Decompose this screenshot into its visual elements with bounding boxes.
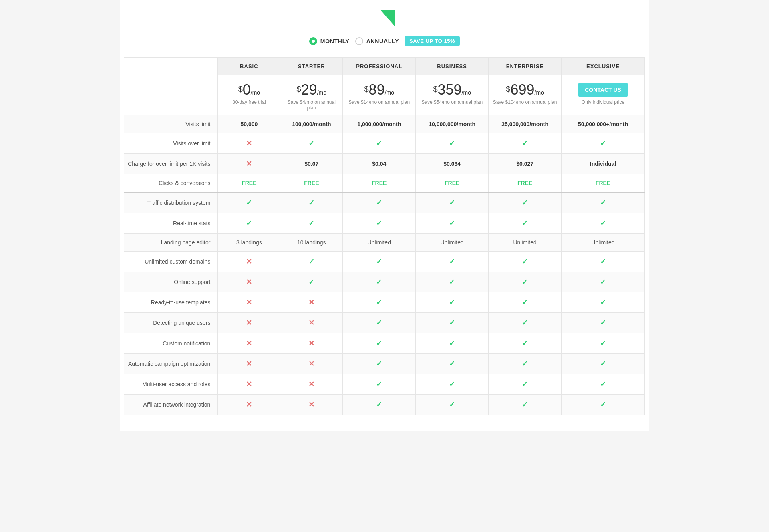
feature-label: Affiliate network integration	[124, 395, 218, 415]
monthly-label: MONTHLY	[320, 38, 350, 44]
check-icon: ✓	[600, 401, 606, 409]
check-icon: ✓	[376, 360, 382, 368]
feature-value: ✓	[280, 252, 343, 272]
feature-value: ✕	[280, 354, 343, 374]
check-icon: ✓	[449, 401, 455, 409]
price-enterprise: $699/mo Save $104/mo on annual plan	[489, 75, 562, 115]
pro-note: Save $14/mo on annual plan	[346, 99, 412, 105]
check-icon: ✓	[449, 339, 455, 347]
feature-value: ✓	[343, 192, 416, 213]
annually-label: ANNUALLY	[366, 38, 399, 44]
feature-value: ✓	[489, 374, 562, 395]
feature-value: 1,000,000/month	[343, 115, 416, 133]
logo-icon	[372, 8, 397, 32]
feature-label: Ready-to-use templates	[124, 292, 218, 313]
feature-value: ✕	[218, 354, 280, 374]
feature-label: Visits limit	[124, 115, 218, 133]
feature-value: Unlimited	[343, 234, 416, 252]
feature-value: ✕	[280, 395, 343, 415]
check-icon: ✓	[449, 319, 455, 327]
pro-period: /mo	[385, 89, 394, 96]
cross-icon: ✕	[246, 401, 252, 409]
check-icon: ✓	[522, 278, 528, 286]
feature-label: Unlimited custom domains	[124, 252, 218, 272]
feature-value: ✓	[343, 374, 416, 395]
check-icon: ✓	[522, 199, 528, 207]
feature-value: ✓	[562, 395, 645, 415]
check-icon: ✓	[600, 319, 606, 327]
check-icon: ✓	[308, 278, 314, 286]
feature-label: Online support	[124, 272, 218, 292]
starter-price: $29/mo	[284, 83, 339, 97]
check-icon: ✓	[600, 199, 606, 207]
feature-label: Real-time stats	[124, 213, 218, 234]
check-icon: ✓	[376, 319, 382, 327]
check-icon: ✓	[600, 298, 606, 306]
feature-value: ✕	[218, 133, 280, 154]
feature-value: ✕	[280, 292, 343, 313]
price-professional: $89/mo Save $14/mo on annual plan	[343, 75, 416, 115]
basic-price: $0/mo	[221, 83, 277, 97]
table-row: Landing page editor 3 landings 10 landin…	[124, 234, 645, 252]
contact-us-button[interactable]: CONTACT US	[578, 83, 628, 97]
feature-value: ✓	[489, 252, 562, 272]
feature-value: ✕	[280, 333, 343, 354]
annually-option[interactable]: ANNUALLY	[355, 37, 399, 45]
feature-value: ✕	[218, 374, 280, 395]
feature-value: ✓	[562, 354, 645, 374]
cross-icon: ✕	[308, 380, 314, 388]
feature-label: Custom notification	[124, 333, 218, 354]
feature-value: ✕	[280, 313, 343, 333]
check-icon: ✓	[449, 219, 455, 227]
feature-value: FREE	[416, 174, 489, 193]
feature-value: FREE	[489, 174, 562, 193]
monthly-radio[interactable]	[309, 37, 317, 45]
feature-label: Charge for over limit per 1K visits	[124, 154, 218, 174]
check-icon: ✓	[522, 139, 528, 147]
plan-header-row: BASIC STARTER PROFESSIONAL BUSINESS ENTE…	[124, 58, 645, 75]
pricing-table: BASIC STARTER PROFESSIONAL BUSINESS ENTE…	[124, 57, 645, 415]
feature-value: 25,000,000/month	[489, 115, 562, 133]
table-row: Charge for over limit per 1K visits ✕ $0…	[124, 154, 645, 174]
check-icon: ✓	[449, 278, 455, 286]
feature-value: ✓	[562, 133, 645, 154]
check-icon: ✓	[376, 139, 382, 147]
feature-value: $0.027	[489, 154, 562, 174]
feature-value: ✓	[218, 192, 280, 213]
check-icon: ✓	[522, 360, 528, 368]
annually-radio[interactable]	[355, 37, 363, 45]
check-icon: ✓	[376, 258, 382, 266]
feature-value: ✓	[562, 252, 645, 272]
feature-value: ✓	[562, 313, 645, 333]
feature-value: ✓	[343, 395, 416, 415]
feature-value: ✓	[343, 213, 416, 234]
feature-value: ✓	[280, 133, 343, 154]
feature-value: ✕	[218, 292, 280, 313]
cross-icon: ✕	[246, 360, 252, 368]
feature-value: ✓	[489, 395, 562, 415]
feature-value: 10 landings	[280, 234, 343, 252]
feature-value: ✓	[416, 354, 489, 374]
feature-value: ✓	[416, 192, 489, 213]
feature-value: $0.034	[416, 154, 489, 174]
feature-value: ✓	[562, 192, 645, 213]
excl-note: Only individual price	[565, 99, 641, 105]
pro-price: $89/mo	[346, 83, 412, 97]
feature-value: ✓	[489, 192, 562, 213]
price-business: $359/mo Save $54/mo on annual plan	[416, 75, 489, 115]
feature-label: Detecting unique users	[124, 313, 218, 333]
plan-professional-header: PROFESSIONAL	[343, 58, 416, 75]
plan-starter-header: STARTER	[280, 58, 343, 75]
feature-value: ✕	[218, 333, 280, 354]
feature-value: ✓	[489, 272, 562, 292]
basic-note: 30-day free trial	[221, 99, 277, 105]
ent-period: /mo	[535, 89, 544, 96]
check-icon: ✓	[449, 380, 455, 388]
cross-icon: ✕	[308, 339, 314, 347]
feature-value: ✓	[562, 213, 645, 234]
monthly-option[interactable]: MONTHLY	[309, 37, 350, 45]
feature-value: ✕	[218, 313, 280, 333]
feature-value: FREE	[218, 174, 280, 193]
feature-value: ✓	[343, 252, 416, 272]
plan-enterprise-header: ENTERPRISE	[489, 58, 562, 75]
